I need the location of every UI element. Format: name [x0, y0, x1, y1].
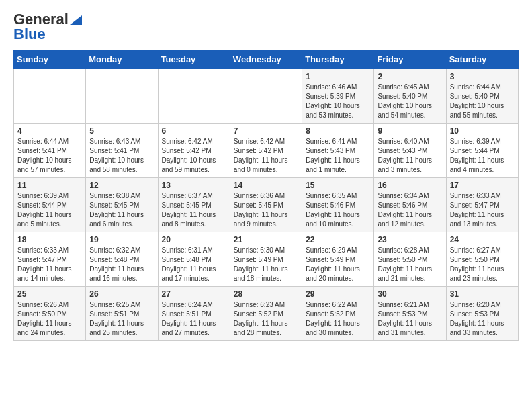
day-number: 5: [89, 126, 154, 136]
cell-content: Sunrise: 6:46 AM Sunset: 5:39 PM Dayligh…: [306, 83, 370, 120]
day-number: 24: [450, 235, 515, 244]
calendar-cell: 19Sunrise: 6:32 AM Sunset: 5:48 PM Dayli…: [86, 232, 158, 287]
calendar-header-row: SundayMondayTuesdayWednesdayThursdayFrid…: [14, 50, 519, 69]
calendar-week-row: 1Sunrise: 6:46 AM Sunset: 5:39 PM Daylig…: [14, 69, 519, 124]
day-number: 2: [378, 72, 442, 81]
calendar-cell: 14Sunrise: 6:36 AM Sunset: 5:45 PM Dayli…: [230, 178, 302, 232]
day-header-saturday: Saturday: [446, 50, 518, 69]
cell-content: Sunrise: 6:21 AM Sunset: 5:53 PM Dayligh…: [378, 300, 442, 338]
day-number: 1: [306, 72, 370, 81]
cell-content: Sunrise: 6:26 AM Sunset: 5:50 PM Dayligh…: [17, 300, 82, 338]
day-number: 25: [17, 289, 82, 299]
day-number: 16: [378, 181, 442, 190]
day-number: 13: [162, 181, 226, 190]
calendar-cell: 22Sunrise: 6:29 AM Sunset: 5:49 PM Dayli…: [302, 232, 374, 287]
cell-content: Sunrise: 6:42 AM Sunset: 5:42 PM Dayligh…: [234, 137, 298, 175]
calendar-cell: 1Sunrise: 6:46 AM Sunset: 5:39 PM Daylig…: [302, 69, 374, 124]
logo-blue: Blue: [13, 26, 46, 43]
day-number: 10: [450, 126, 515, 136]
cell-content: Sunrise: 6:29 AM Sunset: 5:49 PM Dayligh…: [306, 246, 370, 283]
day-number: 11: [17, 181, 82, 190]
calendar-cell: [230, 69, 302, 124]
day-number: 14: [234, 181, 298, 190]
cell-content: Sunrise: 6:30 AM Sunset: 5:49 PM Dayligh…: [234, 246, 298, 283]
calendar-cell: 10Sunrise: 6:39 AM Sunset: 5:44 PM Dayli…: [446, 124, 518, 178]
calendar-cell: 29Sunrise: 6:22 AM Sunset: 5:52 PM Dayli…: [302, 287, 374, 341]
day-number: 4: [17, 126, 82, 136]
calendar-week-row: 18Sunrise: 6:33 AM Sunset: 5:47 PM Dayli…: [14, 232, 519, 287]
day-number: 19: [89, 235, 154, 244]
day-number: 6: [162, 126, 226, 136]
cell-content: Sunrise: 6:38 AM Sunset: 5:45 PM Dayligh…: [89, 191, 154, 229]
calendar-cell: 2Sunrise: 6:45 AM Sunset: 5:40 PM Daylig…: [374, 69, 446, 124]
day-number: 23: [378, 235, 442, 244]
cell-content: Sunrise: 6:36 AM Sunset: 5:45 PM Dayligh…: [234, 191, 298, 229]
calendar-cell: 25Sunrise: 6:26 AM Sunset: 5:50 PM Dayli…: [14, 287, 86, 341]
calendar-week-row: 25Sunrise: 6:26 AM Sunset: 5:50 PM Dayli…: [14, 287, 519, 341]
calendar-cell: 8Sunrise: 6:41 AM Sunset: 5:43 PM Daylig…: [302, 124, 374, 178]
calendar-table: SundayMondayTuesdayWednesdayThursdayFrid…: [13, 50, 519, 341]
calendar-cell: 23Sunrise: 6:28 AM Sunset: 5:50 PM Dayli…: [374, 232, 446, 287]
day-number: 20: [162, 235, 226, 244]
day-header-friday: Friday: [374, 50, 446, 69]
cell-content: Sunrise: 6:20 AM Sunset: 5:53 PM Dayligh…: [450, 300, 515, 338]
cell-content: Sunrise: 6:22 AM Sunset: 5:52 PM Dayligh…: [306, 300, 370, 338]
day-number: 30: [378, 289, 442, 299]
cell-content: Sunrise: 6:43 AM Sunset: 5:41 PM Dayligh…: [89, 137, 154, 175]
calendar-cell: 6Sunrise: 6:42 AM Sunset: 5:42 PM Daylig…: [158, 124, 230, 178]
calendar-cell: 28Sunrise: 6:23 AM Sunset: 5:52 PM Dayli…: [230, 287, 302, 341]
cell-content: Sunrise: 6:40 AM Sunset: 5:43 PM Dayligh…: [378, 137, 442, 175]
day-header-sunday: Sunday: [14, 50, 86, 69]
day-number: 15: [306, 181, 370, 190]
calendar-cell: [14, 69, 86, 124]
cell-content: Sunrise: 6:25 AM Sunset: 5:51 PM Dayligh…: [89, 300, 154, 338]
calendar-cell: 4Sunrise: 6:44 AM Sunset: 5:41 PM Daylig…: [14, 124, 86, 178]
calendar-cell: 17Sunrise: 6:33 AM Sunset: 5:47 PM Dayli…: [446, 178, 518, 232]
cell-content: Sunrise: 6:41 AM Sunset: 5:43 PM Dayligh…: [306, 137, 370, 175]
cell-content: Sunrise: 6:37 AM Sunset: 5:45 PM Dayligh…: [162, 191, 226, 229]
calendar-cell: 13Sunrise: 6:37 AM Sunset: 5:45 PM Dayli…: [158, 178, 230, 232]
calendar-cell: 3Sunrise: 6:44 AM Sunset: 5:40 PM Daylig…: [446, 69, 518, 124]
calendar-cell: [158, 69, 230, 124]
calendar-cell: 12Sunrise: 6:38 AM Sunset: 5:45 PM Dayli…: [86, 178, 158, 232]
day-number: 21: [234, 235, 298, 244]
calendar-cell: 11Sunrise: 6:39 AM Sunset: 5:44 PM Dayli…: [14, 178, 86, 232]
calendar-week-row: 4Sunrise: 6:44 AM Sunset: 5:41 PM Daylig…: [14, 124, 519, 178]
cell-content: Sunrise: 6:34 AM Sunset: 5:46 PM Dayligh…: [378, 191, 442, 229]
day-number: 26: [89, 289, 154, 299]
day-header-tuesday: Tuesday: [158, 50, 230, 69]
day-number: 29: [306, 289, 370, 299]
calendar-cell: 5Sunrise: 6:43 AM Sunset: 5:41 PM Daylig…: [86, 124, 158, 178]
day-number: 18: [17, 235, 82, 244]
calendar-cell: 16Sunrise: 6:34 AM Sunset: 5:46 PM Dayli…: [374, 178, 446, 232]
cell-content: Sunrise: 6:24 AM Sunset: 5:51 PM Dayligh…: [162, 300, 226, 338]
calendar-cell: 24Sunrise: 6:27 AM Sunset: 5:50 PM Dayli…: [446, 232, 518, 287]
day-number: 7: [234, 126, 298, 136]
day-header-monday: Monday: [86, 50, 158, 69]
cell-content: Sunrise: 6:35 AM Sunset: 5:46 PM Dayligh…: [306, 191, 370, 229]
calendar-cell: 31Sunrise: 6:20 AM Sunset: 5:53 PM Dayli…: [446, 287, 518, 341]
day-number: 22: [306, 235, 370, 244]
calendar-cell: [86, 69, 158, 124]
logo: General Blue: [13, 11, 82, 43]
calendar-cell: 18Sunrise: 6:33 AM Sunset: 5:47 PM Dayli…: [14, 232, 86, 287]
day-header-wednesday: Wednesday: [230, 50, 302, 69]
day-number: 17: [450, 181, 515, 190]
day-number: 12: [89, 181, 154, 190]
cell-content: Sunrise: 6:42 AM Sunset: 5:42 PM Dayligh…: [162, 137, 226, 175]
day-number: 8: [306, 126, 370, 136]
cell-content: Sunrise: 6:27 AM Sunset: 5:50 PM Dayligh…: [450, 246, 515, 283]
cell-content: Sunrise: 6:44 AM Sunset: 5:40 PM Dayligh…: [450, 83, 515, 120]
cell-content: Sunrise: 6:33 AM Sunset: 5:47 PM Dayligh…: [17, 246, 82, 283]
page-header: General Blue: [13, 11, 519, 43]
cell-content: Sunrise: 6:45 AM Sunset: 5:40 PM Dayligh…: [378, 83, 442, 120]
day-number: 28: [234, 289, 298, 299]
calendar-week-row: 11Sunrise: 6:39 AM Sunset: 5:44 PM Dayli…: [14, 178, 519, 232]
day-number: 31: [450, 289, 515, 299]
cell-content: Sunrise: 6:31 AM Sunset: 5:48 PM Dayligh…: [162, 246, 226, 283]
cell-content: Sunrise: 6:44 AM Sunset: 5:41 PM Dayligh…: [17, 137, 82, 175]
calendar-cell: 15Sunrise: 6:35 AM Sunset: 5:46 PM Dayli…: [302, 178, 374, 232]
cell-content: Sunrise: 6:33 AM Sunset: 5:47 PM Dayligh…: [450, 191, 515, 229]
calendar-cell: 26Sunrise: 6:25 AM Sunset: 5:51 PM Dayli…: [86, 287, 158, 341]
logo-icon: [70, 15, 82, 25]
